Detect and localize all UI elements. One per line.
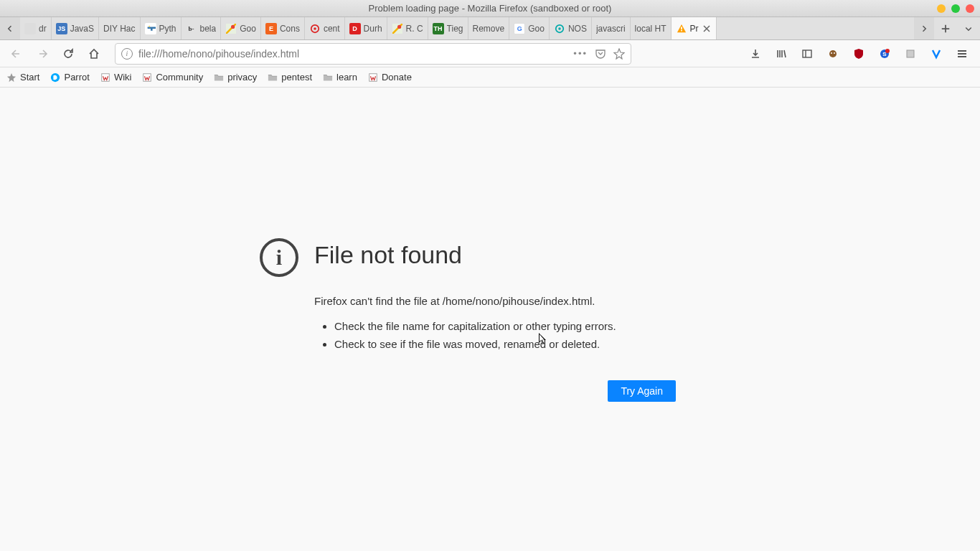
tab[interactable]: cent (305, 17, 345, 39)
sidebar-icon (801, 48, 813, 60)
monkey-icon (827, 48, 839, 60)
tab-favicon-icon (309, 23, 321, 34)
svg-point-14 (831, 52, 832, 54)
bookmark-star-icon[interactable] (613, 48, 625, 60)
page-info-icon[interactable]: i (121, 48, 133, 60)
maximize-button[interactable] (951, 4, 960, 13)
tab-label: R. C (406, 24, 423, 34)
pocket-icon[interactable] (595, 48, 606, 60)
error-container: i File not found Firefox can't find the … (260, 238, 676, 402)
tab[interactable]: b-bela (182, 17, 222, 39)
bookmark-item[interactable]: Start (6, 72, 39, 83)
bookmark-item[interactable]: Wiki (100, 72, 132, 83)
tab-label: JavaS (70, 24, 94, 34)
tab[interactable]: javascri (592, 17, 631, 39)
tab[interactable]: THTieg (428, 17, 468, 39)
extension-privacy-icon[interactable] (903, 46, 918, 62)
bookmarks-toolbar: StartParrotWikiCommunityprivacypentestle… (0, 67, 980, 88)
tab-label: local HT (635, 24, 666, 34)
chevron-down-icon (964, 24, 973, 33)
downloads-button[interactable] (748, 46, 763, 62)
tab[interactable]: Pr (672, 17, 717, 39)
tab-label: javascri (596, 24, 626, 34)
tab-label: Cons (280, 24, 300, 34)
svg-point-0 (149, 25, 150, 27)
try-again-button[interactable]: Try Again (608, 380, 676, 402)
tab-label: DIY Hac (103, 24, 135, 34)
parrot-icon (50, 72, 61, 83)
svg-rect-19 (907, 50, 914, 57)
tab[interactable]: GGoo (509, 17, 550, 39)
bookmark-label: learn (336, 72, 357, 83)
bookmark-label: pentest (281, 72, 312, 83)
tab-favicon-icon (392, 23, 403, 34)
bookmark-item[interactable]: pentest (267, 72, 312, 83)
extension-noscript-icon[interactable]: S (877, 46, 892, 62)
folder-icon (322, 72, 334, 83)
arrow-right-icon (37, 48, 48, 60)
bookmark-label: Parrot (64, 72, 89, 83)
tab[interactable]: local HT (631, 17, 672, 39)
menu-button[interactable] (954, 46, 970, 62)
urlbar-actions: ••• (573, 48, 625, 60)
bookmark-item[interactable]: Donate (367, 72, 412, 83)
tab[interactable]: ECons (261, 17, 305, 39)
tab[interactable]: R. C (387, 17, 428, 39)
bookmark-label: Wiki (114, 72, 132, 83)
tab-favicon-icon (145, 23, 156, 34)
tab-favicon-icon: JS (56, 23, 67, 34)
bookmark-item[interactable]: learn (322, 72, 357, 83)
v-icon (930, 48, 942, 60)
page-content: i File not found Firefox can't find the … (0, 88, 980, 551)
tab[interactable]: JSJavaS (52, 17, 99, 39)
tab-label: Durh (364, 24, 382, 34)
svg-rect-11 (803, 50, 811, 57)
sidebar-button[interactable] (799, 46, 815, 62)
reload-icon (62, 48, 74, 60)
extension-ublock-icon[interactable] (851, 46, 867, 62)
box-icon (905, 48, 916, 60)
url-bar[interactable]: i file:///home/nono/pihouse/index.html •… (115, 43, 631, 65)
back-button[interactable] (6, 43, 27, 65)
tab-scroll-left[interactable] (0, 17, 20, 39)
window-titlebar: Problem loading page - Mozilla Firefox (… (0, 0, 980, 17)
toolbar-right: S (748, 46, 974, 62)
tab-label: Tieg (447, 24, 463, 34)
tab[interactable]: Remove (468, 17, 510, 39)
close-tab-icon[interactable] (702, 24, 712, 34)
bookmark-label: privacy (227, 72, 257, 83)
tab-overflow-button[interactable] (957, 17, 980, 39)
tab[interactable]: Goo (221, 17, 261, 39)
home-button[interactable] (83, 43, 105, 65)
error-description: Firefox can't find the file at /home/non… (314, 295, 676, 307)
tab[interactable]: DDurh (345, 17, 387, 39)
bookmark-item[interactable]: Community (141, 72, 203, 83)
svg-point-18 (885, 49, 890, 53)
reload-button[interactable] (57, 43, 79, 65)
tab-label: dr (39, 24, 47, 34)
tab-label: Pyth (159, 24, 176, 34)
bookmark-item[interactable]: privacy (213, 72, 257, 83)
tab-favicon-icon: D (349, 23, 361, 34)
tab-scroll-right[interactable] (914, 17, 934, 39)
tab-favicon-icon (24, 23, 36, 34)
tab[interactable]: Pyth (141, 17, 182, 39)
page-actions-icon[interactable]: ••• (573, 48, 588, 59)
star-icon (6, 72, 17, 83)
close-button[interactable] (966, 4, 974, 13)
tab[interactable]: DIY Hac (99, 17, 140, 39)
tab[interactable]: NOS (550, 17, 592, 39)
window-title: Problem loading page - Mozilla Firefox (… (0, 3, 980, 14)
svg-rect-9 (681, 27, 682, 29)
forward-button[interactable] (32, 43, 53, 65)
bookmark-item[interactable]: Parrot (50, 72, 89, 83)
extension-v-icon[interactable] (928, 46, 944, 62)
wiki-icon (141, 72, 153, 83)
minimize-button[interactable] (937, 4, 946, 13)
new-tab-button[interactable] (934, 17, 957, 39)
library-button[interactable] (773, 46, 789, 62)
extension-greasemonkey-icon[interactable] (825, 46, 841, 62)
tab-favicon-icon (225, 23, 237, 34)
tab[interactable]: dr (20, 17, 52, 39)
tab-label: bela (200, 24, 217, 34)
